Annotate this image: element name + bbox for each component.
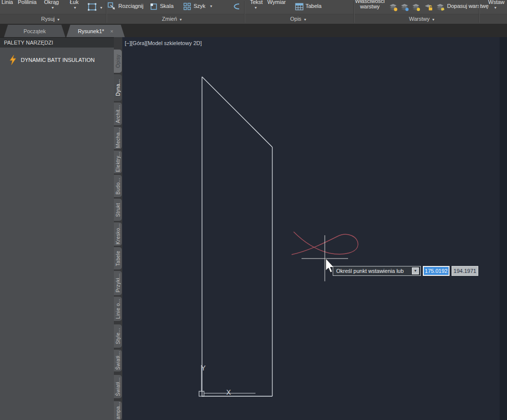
- panel-title-annotate[interactable]: Opis▼: [290, 16, 307, 22]
- chevron-down-icon: ▼: [57, 18, 60, 21]
- palette-tab-dyna[interactable]: Dyna...: [114, 74, 122, 101]
- chevron-down-icon: ▼: [432, 18, 435, 21]
- dynamic-input-prompt-text: Określ punkt wstawienia lub: [336, 268, 404, 274]
- layer-thaw-icon[interactable]: [411, 3, 421, 11]
- panel-title-modify[interactable]: Zmień▼: [162, 16, 183, 22]
- layer-freeze-icon[interactable]: [400, 3, 409, 11]
- viewport-controls-label[interactable]: [−][Góra][Model szkieletowy 2D]: [125, 40, 202, 46]
- panel-divider: [106, 1, 107, 23]
- palette-tab-tabele[interactable]: Tabele: [114, 247, 122, 269]
- scale-icon[interactable]: [150, 2, 158, 10]
- panel-divider: [244, 1, 245, 23]
- palette-tab-budo[interactable]: Budo...: [114, 175, 122, 197]
- dimension-button[interactable]: Wymiar: [267, 0, 286, 5]
- layer-match-icon[interactable]: [436, 3, 445, 11]
- text-button[interactable]: Tekst: [250, 0, 263, 5]
- palette-tab-linie[interactable]: Linie o...: [114, 297, 122, 321]
- array-button[interactable]: Szyk: [194, 3, 205, 9]
- line-button[interactable]: Linia: [1, 0, 13, 5]
- chevron-down-icon: ▼: [179, 18, 183, 21]
- canvas-right-edge: [500, 37, 507, 420]
- tab-start[interactable]: Początek: [4, 25, 65, 37]
- palette-item-dynamic-batt-insulation[interactable]: DYNAMIC BATT INSULATION: [9, 52, 110, 67]
- palette-tab-strukt[interactable]: Strukt: [114, 199, 122, 221]
- panel-title-layers[interactable]: Warstwy▼: [409, 16, 435, 22]
- palette-tab-elektry[interactable]: Elektry...: [114, 151, 122, 173]
- file-tab-bar: Początek Rysunek1* × +: [0, 24, 507, 37]
- array-icon[interactable]: [183, 2, 191, 10]
- palette-tab-mecha[interactable]: Mecha...: [114, 127, 122, 149]
- palette-tab-swiatl-2[interactable]: Światł...: [114, 375, 122, 398]
- chevron-down-icon[interactable]: ▼: [51, 6, 54, 9]
- match-layer-button[interactable]: Dopasuj warstwę: [447, 3, 489, 9]
- chevron-down-icon: ▼: [304, 18, 307, 21]
- rectangle-tool-icon[interactable]: [87, 2, 97, 11]
- fillet-icon[interactable]: [230, 2, 241, 11]
- layer-properties-button[interactable]: Właściwości warstwy: [355, 0, 385, 9]
- close-icon[interactable]: ×: [110, 28, 113, 34]
- panel-title-draw[interactable]: Rysuj▼: [41, 16, 60, 22]
- palette-item-label: DYNAMIC BATT INSULATION: [21, 57, 95, 63]
- palette-tab-lampa[interactable]: ampa...: [114, 401, 122, 420]
- panel-divider: [479, 1, 480, 23]
- scale-button[interactable]: Skala: [160, 3, 174, 9]
- dynamic-input-x-field[interactable]: 175.0192: [423, 266, 450, 276]
- circle-button[interactable]: Okrąg: [44, 0, 59, 5]
- palette-tab-kresko[interactable]: Kresko...: [114, 222, 122, 246]
- dynamic-input-y-field[interactable]: 194.1971: [452, 266, 478, 276]
- stretch-button[interactable]: Rozciągnij: [118, 3, 144, 9]
- polyline-button[interactable]: Polilinia: [18, 0, 37, 5]
- tab-drawing1[interactable]: Rysunek1* ×: [66, 25, 125, 37]
- palette-header: PALETY NARZĘDZI: [0, 37, 114, 48]
- dynamic-input-prompt: Określ punkt wstawienia lub ▼: [333, 266, 421, 276]
- tool-palette: [0, 37, 114, 420]
- arc-button[interactable]: Łuk: [70, 0, 79, 5]
- palette-tab-swiatl-1[interactable]: Światł...: [114, 350, 122, 371]
- autocad-window: Linia Polilinia Okrąg ▼ Łuk ▼ ▼ Rozciągn…: [0, 0, 507, 420]
- palette-tab-przykl[interactable]: Przykł...: [114, 271, 122, 295]
- table-icon[interactable]: [295, 3, 304, 10]
- layer-unlock-icon[interactable]: [424, 3, 433, 11]
- tab-drawing1-label: Rysunek1*: [78, 28, 104, 34]
- table-button[interactable]: Tabela: [305, 3, 321, 9]
- drawing-canvas[interactable]: [122, 37, 507, 420]
- tab-start-label: Początek: [23, 28, 46, 34]
- chevron-down-icon[interactable]: ▼: [254, 6, 257, 9]
- palette-tab-opisy[interactable]: Opisy: [114, 50, 122, 73]
- chevron-down-icon[interactable]: ▼: [100, 6, 103, 9]
- layer-off-icon[interactable]: [389, 3, 398, 11]
- chevron-down-icon[interactable]: ▼: [209, 4, 213, 8]
- dynamic-input-options-button[interactable]: ▼: [412, 267, 419, 274]
- chevron-down-icon[interactable]: ▼: [494, 6, 497, 9]
- layer-properties-line2: warstwy: [360, 3, 380, 9]
- insert-button[interactable]: Wstaw: [488, 0, 505, 5]
- chevron-down-icon[interactable]: ▼: [73, 6, 77, 9]
- ribbon: Linia Polilinia Okrąg ▼ Łuk ▼ ▼ Rozciągn…: [0, 0, 507, 24]
- stretch-icon[interactable]: [107, 2, 116, 11]
- lightning-bolt-icon: [9, 54, 17, 65]
- palette-tab-style[interactable]: Style...: [114, 324, 122, 348]
- palette-tab-archit[interactable]: Archit...: [114, 103, 122, 125]
